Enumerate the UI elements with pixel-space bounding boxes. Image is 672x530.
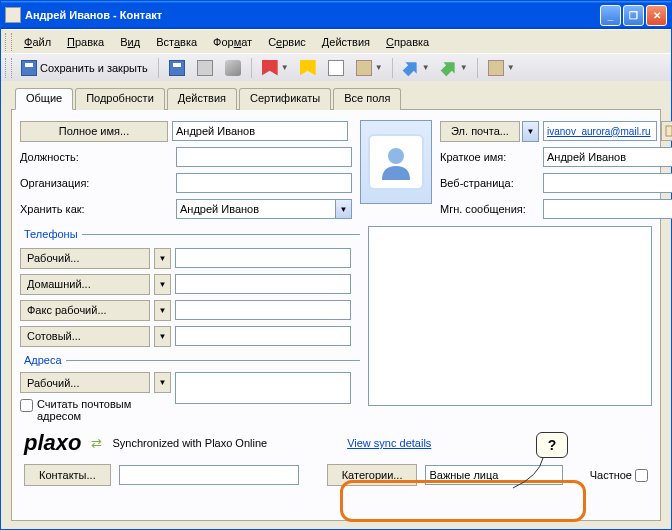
phone-work-dd[interactable]: ▼ [154, 248, 171, 269]
addresses-group: Адреса Рабочий... ▼ Считать почтовым адр… [20, 354, 360, 424]
phone-home-dd[interactable]: ▼ [154, 274, 171, 295]
phone-work-button[interactable]: Рабочий... [20, 248, 150, 269]
view-sync-link[interactable]: View sync details [347, 437, 431, 449]
menu-bar: Файл Правка Вид Вставка Формат Сервис Де… [1, 29, 671, 53]
attach-button[interactable] [220, 57, 246, 79]
addr-work-dd[interactable]: ▼ [154, 372, 171, 393]
person-icon [376, 142, 416, 182]
addr-work-button[interactable]: Рабочий... [20, 372, 150, 393]
phone-mobile-button[interactable]: Сотовый... [20, 326, 150, 347]
nav-blue-button[interactable]: ▼ [398, 57, 434, 79]
phones-group: Телефоны Рабочий... ▼ Домашний... ▼ [20, 228, 360, 352]
org-label: Организация: [20, 177, 172, 189]
doc-icon [328, 60, 344, 76]
email-value[interactable]: ivanov_aurora@mail.ru [547, 126, 651, 137]
private-label: Частное [590, 469, 632, 481]
tab-activities[interactable]: Действия [167, 88, 237, 110]
menu-help[interactable]: Справка [378, 33, 437, 51]
email-dropdown[interactable]: ▼ [522, 121, 539, 142]
nav-green-button[interactable]: ▼ [436, 57, 472, 79]
menu-tools[interactable]: Сервис [260, 33, 314, 51]
plaxo-sync-text: Synchronized with Plaxo Online [112, 437, 267, 449]
im-input[interactable] [543, 199, 672, 219]
tab-strip: Общие Подробности Действия Сертификаты В… [15, 87, 661, 109]
last-button[interactable]: ▼ [483, 57, 519, 79]
fileas-dropdown[interactable]: ▼ [335, 199, 352, 219]
display-as-input[interactable] [543, 147, 672, 167]
phone-home-button[interactable]: Домашний... [20, 274, 150, 295]
categories-button[interactable]: Категории... [327, 464, 418, 486]
misc-icon [488, 60, 504, 76]
card-icon [356, 60, 372, 76]
full-name-button[interactable]: Полное имя... [20, 121, 168, 142]
title-bar: Андрей Иванов - Контакт _ ❐ ✕ [1, 1, 671, 29]
phone-mobile-input[interactable] [175, 326, 351, 346]
fileas-input[interactable] [176, 199, 335, 219]
phone-home-input[interactable] [175, 274, 351, 294]
private-checkbox[interactable] [635, 469, 648, 482]
svg-point-0 [388, 148, 404, 164]
web-input[interactable] [543, 173, 672, 193]
save-close-button[interactable]: Сохранить и закрыть [16, 57, 153, 79]
phone-fax-input[interactable] [175, 300, 351, 320]
tab-details[interactable]: Подробности [75, 88, 165, 110]
diamond-blue-icon [399, 56, 422, 79]
toolbar-grip [5, 58, 12, 78]
menu-view[interactable]: Вид [112, 33, 148, 51]
menu-grip [5, 33, 12, 51]
mailing-address-label: Считать почтовым адресом [37, 398, 147, 422]
importance-button[interactable] [295, 57, 321, 79]
followup-button[interactable]: ▼ [257, 57, 293, 79]
disk-icon [169, 60, 185, 76]
notes-textarea[interactable] [368, 226, 652, 406]
save-close-label: Сохранить и закрыть [40, 62, 148, 74]
print-icon [197, 60, 213, 76]
svg-rect-1 [666, 126, 672, 136]
web-label: Веб-страница: [440, 177, 539, 189]
sync-icon: ⇄ [91, 436, 102, 451]
callout-tail [511, 456, 551, 492]
close-button[interactable]: ✕ [646, 5, 667, 26]
menu-format[interactable]: Формат [205, 33, 260, 51]
contacts-button[interactable]: Контакты... [24, 464, 111, 486]
mailing-address-checkbox[interactable] [20, 399, 33, 412]
email-button[interactable]: Эл. почта... [440, 121, 520, 142]
job-input[interactable] [176, 147, 352, 167]
tab-certs[interactable]: Сертификаты [239, 88, 331, 110]
tab-general[interactable]: Общие [15, 88, 73, 110]
maximize-button[interactable]: ❐ [623, 5, 644, 26]
save-icon [21, 60, 37, 76]
print-button[interactable] [192, 57, 218, 79]
flag-icon [262, 60, 278, 76]
phone-mobile-dd[interactable]: ▼ [154, 326, 171, 347]
address-book-button[interactable] [661, 121, 672, 141]
plaxo-logo: plaxo [24, 430, 81, 456]
toolbar: Сохранить и закрыть ▼ ▼ ▼ ▼ ▼ [1, 53, 671, 81]
paperclip-icon [225, 60, 241, 76]
phone-work-input[interactable] [175, 248, 351, 268]
addr-input[interactable] [175, 372, 351, 404]
minimize-button[interactable]: _ [600, 5, 621, 26]
im-label: Мгн. сообщения: [440, 203, 539, 215]
menu-insert[interactable]: Вставка [148, 33, 205, 51]
menu-edit[interactable]: Правка [59, 33, 112, 51]
callout-bubble: ? [536, 432, 568, 458]
save-button[interactable] [164, 57, 190, 79]
menu-file[interactable]: Файл [16, 33, 59, 51]
phone-fax-dd[interactable]: ▼ [154, 300, 171, 321]
doc1-button[interactable] [323, 57, 349, 79]
menu-actions[interactable]: Действия [314, 33, 378, 51]
diamond-green-icon [437, 56, 460, 79]
display-as-label: Краткое имя: [440, 151, 539, 163]
tag-icon [300, 60, 316, 76]
phone-fax-button[interactable]: Факс рабочий... [20, 300, 150, 321]
doc2-button[interactable]: ▼ [351, 57, 387, 79]
general-panel: Полное имя... Должность: Организация: Хр… [11, 109, 661, 521]
contacts-input[interactable] [119, 465, 299, 485]
tab-all[interactable]: Все поля [333, 88, 401, 110]
full-name-input[interactable] [172, 121, 348, 141]
contact-picture[interactable] [360, 120, 432, 204]
org-input[interactable] [176, 173, 352, 193]
fileas-label: Хранить как: [20, 203, 172, 215]
book-icon [665, 125, 672, 137]
